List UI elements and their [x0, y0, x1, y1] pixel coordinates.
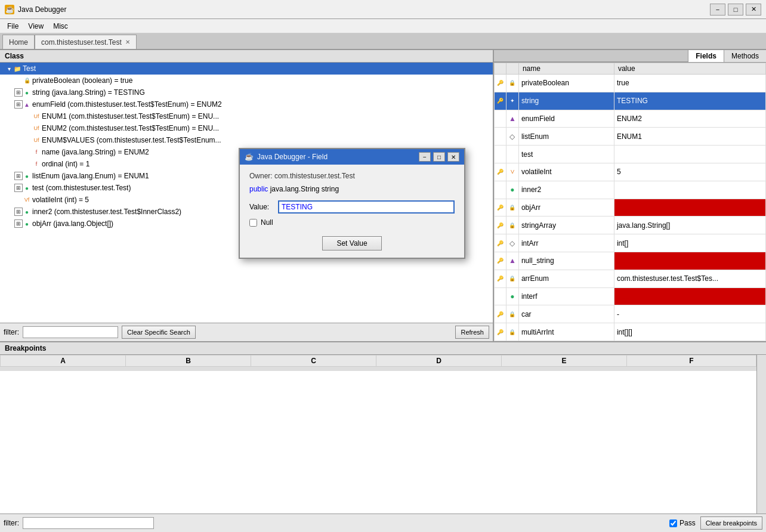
tab-fields[interactable]: Fields	[688, 50, 724, 62]
title-bar: ☕ Java Debugger − □ ✕	[0, 0, 766, 19]
field-icon: f	[32, 160, 41, 168]
value-cell: ■■■	[614, 199, 765, 216]
breakpoints-header: Breakpoints	[0, 342, 766, 355]
dialog-title-bar: ☕ Java Debugger - Field − □ ✕	[240, 149, 464, 165]
mod-cell	[506, 146, 519, 163]
refresh-button[interactable]: Refresh	[455, 326, 489, 339]
toggle-icon[interactable]: ⊞	[14, 100, 23, 109]
dialog-maximize[interactable]: □	[433, 152, 445, 162]
clear-search-button[interactable]: Clear Specific Search	[122, 326, 196, 339]
filter-input[interactable]	[23, 326, 118, 338]
class-filter-bar: filter: Clear Specific Search Refresh	[0, 323, 493, 341]
mod-cell: 🔒	[506, 216, 519, 234]
name-cell: stringArray	[518, 216, 614, 234]
table-row[interactable]: ◇ listEnum ENUM1	[495, 128, 766, 146]
mod-cell: ▲	[506, 110, 519, 128]
col-lock	[495, 63, 506, 75]
lock-cell	[495, 287, 506, 305]
table-row[interactable]: 🔑 🔒 privateBoolean true	[495, 75, 766, 92]
tree-item-string[interactable]: ⊞ ● string (java.lang.String) = TESTING	[0, 86, 493, 98]
table-row[interactable]: ▲ enumField ENUM2	[495, 110, 766, 128]
name-cell: listEnum	[518, 128, 614, 146]
col-a: A	[1, 355, 126, 367]
table-row[interactable]: 🔑 🔒 arrEnum com.thistestuser.test.Test$T…	[495, 270, 766, 287]
tree-item-privateboolean[interactable]: 🔒 privateBoolean (boolean) = true	[0, 75, 493, 86]
tree-item-test[interactable]: ▾ 📁 Test	[0, 63, 493, 75]
null-label: Null	[261, 218, 273, 227]
pass-checkbox[interactable]	[669, 519, 677, 527]
dialog-footer: Set Value	[249, 236, 455, 250]
table-row[interactable]: 🔑 🔒 multiArrInt int[][]	[495, 323, 766, 341]
app-title: Java Debugger	[18, 5, 66, 14]
value-cell: ■■■	[614, 287, 765, 305]
table-row[interactable]: 🔑 V volatileInt 5	[495, 163, 766, 181]
null-checkbox[interactable]	[249, 219, 257, 227]
dialog-close[interactable]: ✕	[447, 152, 459, 162]
table-row[interactable]: 🔑 ▲ null_string ■■■	[495, 252, 766, 270]
table-row[interactable]: 🔑 🔒 objArr ■■■	[495, 199, 766, 216]
dialog-type: public java.lang.String string	[249, 185, 455, 193]
breakpoints-scrollbar[interactable]	[756, 355, 766, 514]
tree-item-enum2[interactable]: Uf ENUM2 (com.thistestuser.test.Test$Tes…	[0, 122, 493, 134]
table-row-string[interactable]: 🔑 ✦ string TESTING	[495, 92, 766, 110]
lock-cell: 🔑	[495, 252, 506, 270]
tree-item-enumvalues[interactable]: Uf ENUM$VALUES (com.thistestuser.test.Te…	[0, 134, 493, 146]
set-value-button[interactable]: Set Value	[322, 236, 382, 250]
name-cell: objArr	[518, 199, 614, 216]
tab-home[interactable]: Home	[2, 35, 35, 49]
breakpoints-table: A B C D E F	[0, 355, 756, 371]
table-row[interactable]: 🔑 🔒 stringArray java.lang.String[]	[495, 216, 766, 234]
fields-table: name value 🔑 🔒 privateBoolean true	[494, 63, 766, 341]
tab-methods[interactable]: Methods	[724, 50, 766, 62]
value-input[interactable]	[278, 200, 455, 214]
lock-cell: 🔑	[495, 270, 506, 287]
clear-breakpoints-button[interactable]: Clear breakpoints	[700, 516, 762, 530]
name-cell: interf	[518, 287, 614, 305]
table-row[interactable]: 🔑 🔒 car -	[495, 305, 766, 323]
toggle-icon[interactable]: ⊞	[14, 88, 23, 97]
mod-cell: 🔒	[506, 270, 519, 287]
field-dialog[interactable]: ☕ Java Debugger - Field − □ ✕ Owner: com…	[239, 148, 465, 259]
col-name: name	[518, 63, 614, 75]
menu-view[interactable]: View	[23, 21, 48, 32]
value-cell: -	[614, 305, 765, 323]
dialog-minimize[interactable]: −	[419, 152, 431, 162]
folder-icon: 📁	[13, 64, 21, 73]
class-panel-header: Class	[0, 50, 493, 63]
col-b: B	[126, 355, 251, 367]
table-row[interactable]: 🔑 ◇ intArr int[]	[495, 234, 766, 252]
value-cell	[614, 146, 765, 163]
toggle-icon[interactable]: ⊞	[14, 172, 23, 180]
name-cell: enumField	[518, 110, 614, 128]
maximize-button[interactable]: □	[728, 4, 743, 16]
pass-checkbox-wrap[interactable]: Pass	[669, 519, 696, 527]
access-modifier: public	[249, 185, 268, 193]
tree-item-enum1[interactable]: Uf ENUM1 (com.thistestuser.test.Test$Tes…	[0, 110, 493, 122]
enum-icon: Uf	[32, 124, 41, 132]
toggle-icon	[24, 148, 32, 156]
enum-icon: Uf	[32, 136, 41, 144]
col-d: D	[376, 355, 502, 367]
toggle-icon	[24, 160, 32, 168]
toggle-icon[interactable]: ⊞	[14, 184, 23, 192]
tab-close-icon[interactable]: ✕	[125, 39, 130, 45]
toggle-icon[interactable]: ⊞	[14, 208, 23, 216]
minimize-button[interactable]: −	[710, 4, 725, 16]
toggle-icon[interactable]: ⊞	[14, 219, 23, 228]
triangle-icon: ▲	[23, 100, 31, 109]
pass-label: Pass	[679, 519, 696, 527]
table-row[interactable]: ● inner2	[495, 181, 766, 199]
main-content: Class ▾ 📁 Test 🔒 privateBoolean (boolean…	[0, 50, 766, 532]
tree-item-enumfield[interactable]: ⊞ ▲ enumField (com.thistestuser.test.Tes…	[0, 98, 493, 110]
type-name: java.lang.String string	[270, 185, 339, 193]
bp-filter-input[interactable]	[23, 517, 154, 529]
toggle-icon[interactable]: ▾	[5, 64, 13, 73]
lock-cell: 🔑	[495, 199, 506, 216]
menu-misc[interactable]: Misc	[48, 21, 73, 32]
tab-test[interactable]: com.thistestuser.test.Test ✕	[35, 35, 137, 49]
table-row[interactable]: test	[495, 146, 766, 163]
close-button[interactable]: ✕	[746, 4, 761, 16]
tab-bar: Home com.thistestuser.test.Test ✕	[0, 33, 766, 50]
menu-file[interactable]: File	[2, 21, 23, 32]
table-row[interactable]: ● interf ■■■	[495, 287, 766, 305]
